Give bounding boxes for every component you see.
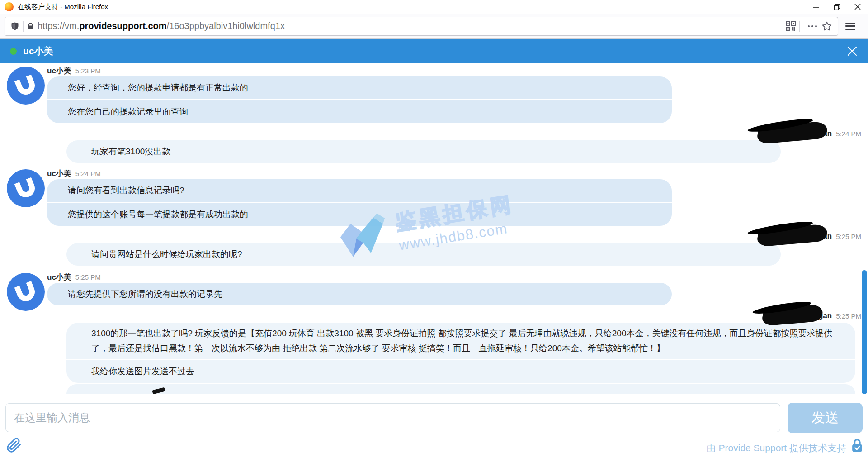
- message-bubble: 您提供的这个账号每一笔提款都是有成功出款的: [47, 203, 672, 226]
- minimize-button[interactable]: [806, 0, 826, 14]
- agent-message-group: uc小美 5:24 PM 请问您有看到出款信息记录吗? 您提供的这个账号每一笔提…: [0, 168, 868, 226]
- message-time: 5:23 PM: [75, 67, 101, 75]
- message-bubble: 玩家有笔3100没出款: [66, 140, 781, 163]
- chat-header: uc小美: [0, 39, 868, 63]
- chat-close-button[interactable]: [846, 45, 858, 57]
- message-time: 5:25 PM: [836, 312, 861, 320]
- online-status-dot: [10, 48, 17, 55]
- visitor-name-row: dinghaigan 5:25 PM: [0, 229, 868, 243]
- agent-name-row: uc小美 5:25 PM: [47, 272, 868, 283]
- urlbar-divider: [23, 21, 24, 32]
- partial-message-bubble: [66, 384, 855, 394]
- minimize-icon: [813, 4, 819, 10]
- visitor-name-row: dinghaigan 5:25 PM: [0, 309, 868, 323]
- url-text: https://vm.providesupport.com/16o3ppbyal…: [38, 21, 786, 31]
- agent-avatar: [7, 169, 45, 207]
- image-fragment: [152, 387, 165, 394]
- url-domain: providesupport.com: [79, 21, 166, 31]
- message-bubble: 3100的那一笔也出款了吗? 玩家反馈的是【充值200 玩体育 出款3100 被…: [66, 323, 855, 359]
- agent-avatar: [7, 273, 45, 311]
- tracking-shield-icon[interactable]: [10, 22, 19, 31]
- message-time: 5:24 PM: [836, 130, 861, 138]
- message-time: 5:25 PM: [75, 273, 101, 281]
- url-scheme: https://vm.: [38, 21, 79, 31]
- message-input-panel: 发送 由 Provide Support 提供技术支持: [0, 398, 868, 458]
- agent-name-row: uc小美 5:23 PM: [47, 66, 868, 76]
- window-title: 在线客户支持 - Mozilla Firefox: [18, 3, 108, 11]
- agent-name-row: uc小美 5:24 PM: [47, 168, 868, 179]
- secure-lock-badge-icon: [851, 438, 863, 453]
- chat-message-area: uc小美 5:23 PM 您好，经查询，您的提款申请都是有正常出款的 您在您自己…: [0, 63, 868, 398]
- scrollbar-thumb[interactable]: [862, 270, 867, 394]
- message-input[interactable]: [5, 403, 780, 432]
- send-button[interactable]: 发送: [788, 403, 863, 433]
- close-icon: [854, 4, 861, 10]
- agent-message-group: uc小美 5:25 PM 请您先提供下您所谓的没有出款的记录先: [0, 272, 868, 305]
- message-bubble: 请您先提供下您所谓的没有出款的记录先: [47, 283, 672, 305]
- close-button[interactable]: [847, 0, 868, 14]
- restore-icon: [834, 4, 840, 10]
- agent-name: uc小美: [47, 66, 71, 76]
- visitor-message-group: dinghaigan 5:25 PM 3100的那一笔也出款了吗? 玩家反馈的是…: [0, 309, 868, 394]
- agent-message-group: uc小美 5:23 PM 您好，经查询，您的提款申请都是有正常出款的 您在您自己…: [0, 66, 868, 123]
- agent-name: uc小美: [47, 168, 71, 179]
- message-bubble: 请问您有看到出款信息记录吗?: [47, 179, 672, 202]
- redaction-scribble: dinghaig: [791, 232, 823, 241]
- message-bubble: 请问贵网站是什么时候给玩家出款的呢?: [66, 243, 781, 266]
- powered-by-link[interactable]: 由 Provide Support 提供技术支持: [707, 442, 846, 454]
- https-lock-icon[interactable]: [27, 22, 34, 30]
- agent-name: uc小美: [47, 272, 71, 282]
- urlbar-divider-right: [799, 21, 800, 32]
- page-actions-icon[interactable]: [808, 25, 817, 27]
- message-time: 5:24 PM: [75, 170, 101, 177]
- url-path: /16o3ppbyalbiv1hi0lwldmfq1x: [167, 21, 285, 31]
- agent-avatar: [7, 67, 45, 105]
- bookmark-star-icon[interactable]: [821, 21, 832, 32]
- chat-widget: uc小美 uc小美 5:23 PM 您好，经查询，您的提款申请都是有正常出款的 …: [0, 39, 868, 458]
- url-bar[interactable]: https://vm.providesupport.com/16o3ppbyal…: [5, 17, 838, 36]
- chat-agent-title: uc小美: [23, 45, 53, 57]
- visitor-name-row: dinghaigan 5:24 PM: [0, 127, 868, 140]
- browser-titlebar: 在线客户支持 - Mozilla Firefox: [0, 0, 868, 14]
- qr-code-icon[interactable]: [786, 21, 796, 31]
- message-time: 5:25 PM: [836, 233, 861, 240]
- attach-paperclip-icon[interactable]: [6, 437, 22, 453]
- visitor-message-group: dinghaigan 5:25 PM 请问贵网站是什么时候给玩家出款的呢?: [0, 229, 868, 266]
- message-bubble: 您好，经查询，您的提款申请都是有正常出款的: [47, 76, 672, 99]
- maximize-button[interactable]: [826, 0, 847, 14]
- browser-toolbar: https://vm.providesupport.com/16o3ppbyal…: [0, 14, 868, 39]
- window-controls: [806, 0, 868, 14]
- firefox-icon: [5, 2, 14, 11]
- redaction-scribble: inghai: [796, 311, 818, 320]
- redaction-scribble: dinghaig: [791, 129, 823, 138]
- menu-hamburger-icon[interactable]: [845, 23, 855, 30]
- close-x-icon: [847, 46, 858, 57]
- message-bubble: 您在您自己的提款记录里面查询: [47, 100, 672, 123]
- message-bubble: 我给你发送图片发送不过去: [66, 360, 855, 383]
- visitor-message-group: dinghaigan 5:24 PM 玩家有笔3100没出款: [0, 127, 868, 163]
